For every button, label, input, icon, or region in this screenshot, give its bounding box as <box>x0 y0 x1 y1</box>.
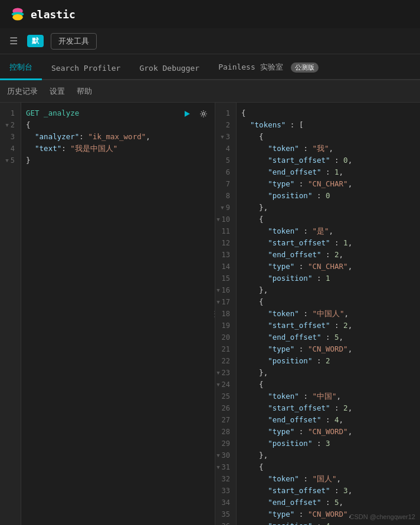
rln-26: 26 <box>215 402 232 414</box>
submenu-settings[interactable]: 设置 <box>50 84 65 99</box>
tab-console[interactable]: 控制台 <box>0 56 42 80</box>
submenu-help[interactable]: 帮助 <box>77 84 92 99</box>
left-code-area[interactable]: 1 ▼2 3 4 ▼5 GET _analyze { "analyzer": "… <box>0 103 215 525</box>
elastic-logo-text: elastic <box>31 8 76 21</box>
settings-icon[interactable] <box>197 107 210 120</box>
ln-3: 3 <box>0 131 17 143</box>
tab-grok-debugger[interactable]: Grok Debugger <box>130 58 209 80</box>
right-code-area[interactable]: 1 2 ▼3 4 5 6 7 8 ▼9 ▼10 11 12 13 14 15 ▼… <box>215 103 420 525</box>
ln-2: ▼2 <box>0 119 17 131</box>
resize-handle[interactable]: ⋮ <box>212 103 215 525</box>
rln-29: 29 <box>215 438 232 449</box>
rln-22: 22 <box>215 355 232 367</box>
secondary-bar: ☰ 默 开发工具 <box>0 28 420 54</box>
rln-12: 12 <box>215 237 232 249</box>
rln-7: 7 <box>215 178 232 190</box>
rln-16: ▼16 <box>215 284 232 296</box>
rln-4: 4 <box>215 143 232 155</box>
rln-21: 21 <box>215 343 232 355</box>
ln-5: ▼5 <box>0 155 17 166</box>
rln-27: 27 <box>215 414 232 426</box>
rln-3: ▼3 <box>215 131 232 143</box>
rln-19: 19 <box>215 320 232 332</box>
rln-15: 15 <box>215 273 232 284</box>
rln-5: 5 <box>215 155 232 166</box>
rln-33: 33 <box>215 485 232 497</box>
rln-36: 36 <box>215 520 232 525</box>
hamburger-button[interactable]: ☰ <box>7 33 20 49</box>
hamburger-icon: ☰ <box>9 36 18 46</box>
right-code-content: { "tokens" : [ { "token" : "我", "start_o… <box>237 103 420 525</box>
tab-badge-painless: 公测版 <box>291 63 319 73</box>
rln-11: 11 <box>215 225 232 237</box>
run-icon[interactable] <box>181 107 193 120</box>
rln-35: 35 <box>215 508 232 520</box>
elastic-logo: elastic <box>9 6 76 22</box>
right-panel: 1 2 ▼3 4 5 6 7 8 ▼9 ▼10 11 12 13 14 15 ▼… <box>215 103 420 525</box>
rln-1: 1 <box>215 107 232 119</box>
rln-24: ▼24 <box>215 379 232 391</box>
sub-menu-bar: 历史记录 设置 帮助 <box>0 80 420 103</box>
rln-25: 25 <box>215 391 232 402</box>
rln-28: 28 <box>215 426 232 438</box>
rln-13: 13 <box>215 249 232 261</box>
ln-1: 1 <box>0 107 17 119</box>
rln-9: ▼9 <box>215 202 232 214</box>
rln-30: ▼30 <box>215 449 232 461</box>
tab-bar: 控制台 Search Profiler Grok Debugger Painle… <box>0 54 420 80</box>
svg-point-2 <box>12 14 23 21</box>
rln-10: ▼10 <box>215 214 232 225</box>
right-line-numbers: 1 2 ▼3 4 5 6 7 8 ▼9 ▼10 11 12 13 14 15 ▼… <box>215 103 237 525</box>
left-panel: 1 ▼2 3 4 ▼5 GET _analyze { "analyzer": "… <box>0 103 215 525</box>
main-content: 1 ▼2 3 4 ▼5 GET _analyze { "analyzer": "… <box>0 103 420 525</box>
rln-17: ▼17 <box>215 296 232 308</box>
dev-badge: 默 <box>27 35 44 47</box>
rln-6: 6 <box>215 166 232 178</box>
rln-14: 14 <box>215 261 232 273</box>
tab-painless-lab[interactable]: Painless 实验室 公测版 <box>209 56 328 80</box>
svg-point-4 <box>202 113 205 115</box>
tab-search-profiler[interactable]: Search Profiler <box>42 58 130 80</box>
elastic-logo-icon <box>9 6 26 22</box>
ln-4: 4 <box>0 143 17 155</box>
top-navbar: elastic <box>0 0 420 28</box>
rln-23: ▼23 <box>215 367 232 379</box>
left-line-numbers: 1 ▼2 3 4 ▼5 <box>0 103 21 525</box>
rln-18: 18 <box>215 308 232 320</box>
left-toolbar <box>181 107 210 120</box>
rln-20: 20 <box>215 332 232 343</box>
dev-tools-button[interactable]: 开发工具 <box>51 33 97 50</box>
rln-31: ▼31 <box>215 461 232 473</box>
watermark: CSDN @chengqwer12 <box>350 513 415 520</box>
rln-32: 32 <box>215 473 232 485</box>
submenu-history[interactable]: 历史记录 <box>7 84 38 99</box>
rln-34: 34 <box>215 497 232 508</box>
rln-2: 2 <box>215 119 232 131</box>
rln-8: 8 <box>215 190 232 202</box>
left-code-content[interactable]: GET _analyze { "analyzer": "ik_max_word"… <box>21 103 215 525</box>
svg-marker-3 <box>185 111 190 117</box>
